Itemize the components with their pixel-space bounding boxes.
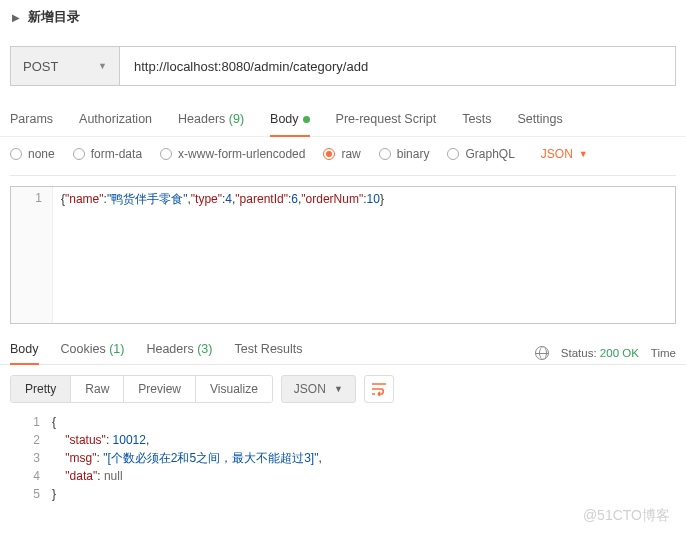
divider [10, 175, 676, 176]
request-row: POST ▼ [0, 34, 686, 104]
line-gutter: 1 [11, 187, 53, 323]
code-content[interactable]: {"name":"鸭货伴手零食","type":4,"parentId":6,"… [53, 187, 392, 323]
view-pretty[interactable]: Pretty [11, 376, 71, 402]
radio-graphql[interactable]: GraphQL [447, 147, 514, 161]
format-dropdown[interactable]: JSON▼ [281, 375, 356, 403]
tab-settings[interactable]: Settings [517, 104, 562, 136]
tab-headers[interactable]: Headers (9) [178, 104, 244, 136]
tab-prerequest[interactable]: Pre-request Script [336, 104, 437, 136]
globe-icon[interactable] [535, 346, 549, 360]
collapse-header[interactable]: ▶ 新增目录 [0, 0, 686, 34]
method-label: POST [23, 59, 58, 74]
raw-format-dropdown[interactable]: JSON▼ [541, 147, 588, 161]
caret-right-icon: ▶ [12, 12, 20, 23]
body-type-row: none form-data x-www-form-urlencoded raw… [0, 137, 686, 175]
url-input[interactable] [120, 46, 676, 86]
watermark: @51CTO博客 [0, 507, 686, 525]
resp-gutter: 1 2 3 4 5 [10, 413, 52, 503]
chevron-down-icon: ▼ [334, 384, 343, 394]
response-status: Status: 200 OK Time [535, 346, 676, 360]
tab-params[interactable]: Params [10, 104, 53, 136]
radio-xwww[interactable]: x-www-form-urlencoded [160, 147, 305, 161]
resp-tab-cookies[interactable]: Cookies (1) [61, 342, 125, 364]
wrap-lines-button[interactable] [364, 375, 394, 403]
resp-tab-headers[interactable]: Headers (3) [146, 342, 212, 364]
view-preview[interactable]: Preview [124, 376, 196, 402]
view-visualize[interactable]: Visualize [196, 376, 272, 402]
resp-tab-testresults[interactable]: Test Results [234, 342, 302, 364]
collapse-title: 新增目录 [28, 8, 80, 26]
chevron-down-icon: ▼ [579, 149, 588, 159]
response-tabs: Body Cookies (1) Headers (3) Test Result… [0, 324, 686, 365]
view-mode-group: Pretty Raw Preview Visualize [10, 375, 273, 403]
response-body: 1 2 3 4 5 { "status": 10012, "msg": "[个数… [0, 413, 686, 511]
request-body-editor[interactable]: 1 {"name":"鸭货伴手零食","type":4,"parentId":6… [10, 186, 676, 324]
dot-icon [303, 116, 310, 123]
radio-binary[interactable]: binary [379, 147, 430, 161]
tab-tests[interactable]: Tests [462, 104, 491, 136]
tab-body[interactable]: Body [270, 104, 310, 136]
response-view-bar: Pretty Raw Preview Visualize JSON▼ [0, 365, 686, 413]
resp-tab-body[interactable]: Body [10, 342, 39, 364]
radio-formdata[interactable]: form-data [73, 147, 142, 161]
request-tabs: Params Authorization Headers (9) Body Pr… [0, 104, 686, 137]
radio-raw[interactable]: raw [323, 147, 360, 161]
resp-body-content[interactable]: { "status": 10012, "msg": "[个数必须在2和5之间，最… [52, 413, 322, 503]
tab-authorization[interactable]: Authorization [79, 104, 152, 136]
radio-none[interactable]: none [10, 147, 55, 161]
view-raw[interactable]: Raw [71, 376, 124, 402]
method-dropdown[interactable]: POST ▼ [10, 46, 120, 86]
chevron-down-icon: ▼ [98, 61, 107, 71]
